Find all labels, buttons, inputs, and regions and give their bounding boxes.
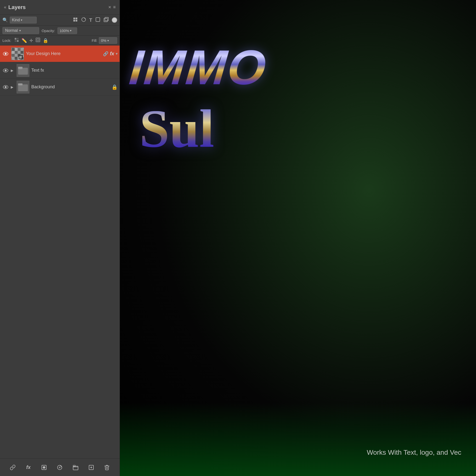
svg-rect-1 xyxy=(76,17,77,19)
svg-rect-23 xyxy=(17,51,20,54)
opacity-input[interactable]: 100% ▾ xyxy=(57,27,77,34)
svg-rect-2 xyxy=(73,20,75,21)
filter-icons-row: T xyxy=(39,17,117,23)
fill-label: Fill: xyxy=(92,38,97,43)
panel-header-controls: × ≡ xyxy=(108,4,116,10)
lock-label: Lock: xyxy=(2,38,11,43)
svg-rect-22 xyxy=(15,51,17,54)
layer-collapse-background[interactable]: ▶ xyxy=(9,85,15,89)
layer-thumbnail-design: ⊞ xyxy=(11,48,24,60)
svg-rect-39 xyxy=(18,67,22,69)
lock-transparent-icon[interactable] xyxy=(14,37,19,44)
layers-panel: « Layers × ≡ 🔍 Kind ▾ xyxy=(0,0,120,476)
canvas-area: IMMO Sul Works With Text, logo, and Vec xyxy=(120,0,476,476)
lock-position-icon[interactable]: ✛ xyxy=(29,38,33,43)
panel-title: Layers xyxy=(8,4,26,11)
layer-item-background[interactable]: ▶ Background 🔒 xyxy=(0,79,119,95)
close-button[interactable]: × xyxy=(108,4,111,10)
canvas-footer-text: Works With Text, logo, and Vec xyxy=(367,449,461,457)
svg-rect-10 xyxy=(15,40,17,42)
svg-rect-9 xyxy=(17,38,18,40)
svg-rect-7 xyxy=(105,17,108,21)
svg-text:⊞: ⊞ xyxy=(19,55,22,59)
lock-all-icon[interactable]: 🔒 xyxy=(43,38,48,43)
svg-rect-20 xyxy=(20,48,23,51)
svg-rect-11 xyxy=(17,40,18,42)
chevron-down-icon-blend: ▾ xyxy=(19,29,21,32)
filter-toggle[interactable] xyxy=(112,17,117,23)
svg-point-41 xyxy=(5,86,7,88)
layer-name-textfx: Text fx xyxy=(31,68,118,73)
layer-item-design[interactable]: ⊞ Your Design Here 🔗 fx ▾ xyxy=(0,46,119,62)
layer-thumbnail-textfx xyxy=(17,64,29,77)
layers-list: ⊞ Your Design Here 🔗 fx ▾ ▶ xyxy=(0,46,119,459)
blend-mode-dropdown[interactable]: Normal ▾ xyxy=(2,27,39,34)
smart-filter-icon[interactable] xyxy=(103,17,109,23)
svg-point-36 xyxy=(5,69,7,71)
shape-filter-icon[interactable] xyxy=(95,17,101,23)
lock-image-icon[interactable]: ✏️ xyxy=(21,38,27,43)
new-adjustment-button[interactable] xyxy=(55,463,64,472)
blend-mode-label: Normal xyxy=(5,28,18,33)
kind-filter-label: Kind xyxy=(12,18,20,22)
svg-rect-43 xyxy=(18,84,22,85)
layer-name-background: Background xyxy=(31,85,112,89)
layer-name-design: Your Design Here xyxy=(26,51,103,56)
svg-rect-30 xyxy=(15,57,17,60)
filter-bar: 🔍 Kind ▾ xyxy=(0,15,119,26)
chevron-down-icon-opacity: ▾ xyxy=(70,29,71,32)
svg-point-15 xyxy=(5,53,7,55)
layer-collapse-textfx[interactable]: ▶ xyxy=(9,68,15,72)
type-filter-icon[interactable]: T xyxy=(89,17,92,23)
search-icon: 🔍 xyxy=(2,17,8,23)
svg-rect-17 xyxy=(12,48,15,51)
svg-point-45 xyxy=(43,466,45,469)
fill-value-text: 0% xyxy=(101,38,106,43)
panel-header: « Layers × ≡ xyxy=(0,0,119,15)
lock-artboard-icon[interactable] xyxy=(35,37,40,44)
fill-section: Fill: 0% ▾ xyxy=(92,37,117,44)
kind-filter-dropdown[interactable]: Kind ▾ xyxy=(10,17,37,23)
svg-rect-25 xyxy=(12,54,15,57)
svg-rect-5 xyxy=(96,17,100,21)
svg-rect-12 xyxy=(36,38,40,42)
green-glow-overlay xyxy=(120,403,476,476)
collapse-button[interactable]: « xyxy=(4,5,6,10)
layer-lock-icon-background: 🔒 xyxy=(112,84,118,90)
fill-input[interactable]: 0% ▾ xyxy=(99,37,117,44)
chevron-down-icon-fill: ▾ xyxy=(107,39,109,42)
lock-icons-group: ✏️ ✛ 🔒 xyxy=(14,37,48,44)
layer-expand-chevron-design[interactable]: ▾ xyxy=(116,51,118,56)
svg-rect-24 xyxy=(20,51,23,54)
adjustment-filter-icon[interactable] xyxy=(81,17,86,23)
visibility-icon-design[interactable] xyxy=(2,52,9,56)
canvas-text-line2: Sul xyxy=(139,98,214,160)
svg-rect-42 xyxy=(18,85,28,91)
svg-rect-3 xyxy=(76,20,77,21)
panel-menu-button[interactable]: ≡ xyxy=(113,5,116,10)
pixel-filter-icon[interactable] xyxy=(73,17,78,23)
svg-rect-6 xyxy=(104,18,107,22)
new-layer-button[interactable] xyxy=(86,463,96,472)
layer-thumbnail-background xyxy=(17,81,29,93)
svg-rect-26 xyxy=(15,54,17,57)
canvas-text-line1: IMMO xyxy=(127,39,269,95)
svg-rect-29 xyxy=(12,57,15,60)
chevron-down-icon: ▾ xyxy=(21,18,22,22)
layer-link-icon-design: 🔗 xyxy=(103,51,108,56)
svg-rect-21 xyxy=(12,51,15,54)
link-layers-button[interactable] xyxy=(8,463,17,472)
visibility-icon-background[interactable] xyxy=(2,85,9,89)
layer-item-textfx[interactable]: ▶ Text fx xyxy=(0,62,119,79)
new-group-button[interactable] xyxy=(71,463,80,472)
visibility-icon-textfx[interactable] xyxy=(2,68,9,72)
delete-layer-button[interactable] xyxy=(102,463,112,472)
svg-rect-0 xyxy=(73,17,75,19)
svg-rect-19 xyxy=(17,48,20,51)
add-mask-button[interactable] xyxy=(39,463,49,472)
svg-rect-13 xyxy=(37,39,39,41)
panel-footer: fx xyxy=(0,459,119,476)
layer-thumb-content-design: ⊞ xyxy=(12,48,24,60)
add-fx-button[interactable]: fx xyxy=(24,463,33,472)
svg-rect-18 xyxy=(15,48,17,51)
